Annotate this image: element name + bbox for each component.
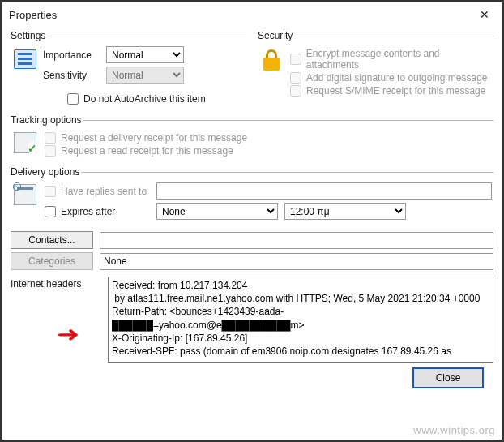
sign-label: Add digital signature to outgoing messag… bbox=[306, 72, 487, 84]
expires-checkbox[interactable] bbox=[45, 206, 56, 217]
internet-headers-textarea[interactable]: Received: from 10.217.134.204 by atlas11… bbox=[108, 277, 493, 363]
categories-button: Categories bbox=[11, 252, 93, 270]
smime-checkbox bbox=[290, 85, 301, 97]
sensitivity-combo: Normal bbox=[106, 67, 184, 84]
settings-legend: Settings bbox=[11, 30, 47, 41]
tracking-group: Tracking options Request a delivery rece… bbox=[11, 114, 493, 161]
lock-icon bbox=[261, 48, 282, 72]
delivery-legend: Delivery options bbox=[11, 166, 81, 178]
read-receipt-label: Request a read receipt for this message bbox=[61, 145, 233, 157]
encrypt-label: Encrypt message contents and attachments bbox=[306, 48, 492, 71]
close-icon[interactable]: ✕ bbox=[474, 6, 495, 24]
properties-icon bbox=[14, 49, 36, 69]
watermark: www.wintips.org bbox=[413, 424, 495, 436]
smime-label: Request S/MIME receipt for this message bbox=[306, 85, 485, 97]
importance-label: Importance bbox=[43, 49, 101, 61]
replies-input bbox=[156, 182, 492, 200]
autoarchive-label: Do not AutoArchive this item bbox=[83, 93, 206, 105]
delivery-icon bbox=[14, 184, 36, 205]
settings-group: Settings Importance Normal Sensitivity N… bbox=[11, 30, 246, 109]
replies-checkbox bbox=[45, 186, 56, 197]
security-legend: Security bbox=[258, 30, 294, 41]
encrypt-checkbox bbox=[290, 54, 301, 65]
tracking-legend: Tracking options bbox=[11, 114, 83, 126]
contacts-input[interactable] bbox=[100, 232, 493, 249]
contacts-button[interactable]: Contacts... bbox=[11, 231, 93, 249]
categories-input[interactable] bbox=[100, 253, 493, 270]
titlebar: Properties ✕ bbox=[2, 2, 502, 27]
read-receipt-checkbox bbox=[45, 145, 56, 157]
autoarchive-checkbox[interactable] bbox=[67, 93, 79, 105]
expires-label: Expires after bbox=[61, 206, 115, 217]
headers-label: Internet headers bbox=[11, 277, 100, 290]
delivery-receipt-checkbox bbox=[45, 132, 56, 144]
delivery-group: Delivery options Have replies sent to Ex… bbox=[11, 166, 493, 226]
window-title: Properties bbox=[9, 9, 57, 21]
arrow-annotation-icon: ➜ bbox=[57, 322, 80, 347]
expires-time-combo[interactable]: 12:00 πμ bbox=[284, 203, 406, 220]
close-button[interactable]: Close bbox=[412, 367, 484, 388]
replies-label: Have replies sent to bbox=[61, 186, 147, 197]
tracking-icon bbox=[14, 132, 36, 153]
dialog-content: Settings Importance Normal Sensitivity N… bbox=[2, 27, 502, 395]
delivery-receipt-label: Request a delivery receipt for this mess… bbox=[61, 132, 247, 144]
security-group: Security Encrypt message contents and at… bbox=[258, 30, 493, 109]
expires-date-combo[interactable]: None bbox=[156, 203, 278, 220]
importance-combo[interactable]: Normal bbox=[106, 46, 184, 63]
sensitivity-label: Sensitivity bbox=[43, 70, 101, 81]
sign-checkbox bbox=[290, 72, 301, 84]
